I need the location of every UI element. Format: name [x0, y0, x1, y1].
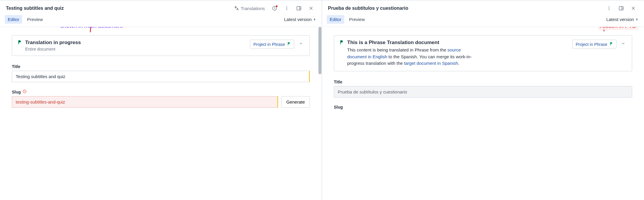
phrase-logo-icon	[287, 42, 291, 47]
target-document-link[interactable]: target document in Spanish	[404, 61, 458, 66]
title-field: Title	[334, 80, 632, 98]
tab-preview[interactable]: Preview	[24, 15, 46, 24]
right-pane-header: Prueba de subtítulos y cuestionario	[322, 0, 644, 15]
right-tabs: Editor Preview	[327, 15, 604, 24]
card-description: This content is being translated in Phra…	[347, 47, 475, 67]
translations-button[interactable]: Translations	[231, 4, 267, 13]
tab-preview[interactable]: Preview	[346, 15, 368, 24]
slug-field: Slug	[334, 105, 632, 109]
close-icon	[631, 6, 636, 11]
version-select[interactable]: Latest version ▲▼	[284, 17, 316, 22]
phrase-logo-icon	[17, 40, 22, 46]
translations-label: Translations	[241, 6, 265, 11]
card-expand-toggle[interactable]	[297, 40, 305, 48]
split-pane-icon	[619, 6, 624, 11]
slug-label: Slug	[12, 90, 21, 94]
card-subtitle: Entire document	[25, 47, 247, 51]
translate-icon	[234, 6, 239, 11]
card-expand-toggle[interactable]	[619, 40, 627, 48]
annotation-hidden-ptd: Hidden in PTD	[598, 27, 638, 30]
card-title: Translation in progress	[25, 40, 247, 46]
title-input[interactable]	[12, 71, 310, 82]
left-pane-header: Testing subtitles and quiz Translations	[0, 0, 322, 15]
svg-point-2	[286, 8, 287, 9]
phrase-logo-icon	[609, 42, 613, 47]
more-menu-button[interactable]	[282, 4, 291, 13]
app-split-view: Testing subtitles and quiz Translations	[0, 0, 644, 200]
svg-point-7	[609, 8, 610, 9]
close-pane-button[interactable]	[629, 4, 638, 12]
svg-point-6	[609, 7, 610, 7]
clock-icon	[272, 6, 277, 11]
document-title: Testing subtitles and quiz	[6, 6, 229, 11]
version-label: Latest version	[284, 17, 312, 22]
version-label: Latest version	[606, 17, 634, 22]
translation-info-card: This is a Phrase Translation document Th…	[334, 35, 632, 71]
dots-vertical-icon	[284, 6, 289, 11]
phrase-logo-icon	[339, 40, 344, 46]
left-tabs: Editor Preview	[5, 15, 282, 24]
project-in-phrase-link[interactable]: Project in Phrase	[250, 40, 294, 49]
chip-label: Project in Phrase	[253, 42, 285, 47]
left-pane: Testing subtitles and quiz Translations	[0, 0, 322, 200]
dots-vertical-icon	[607, 6, 611, 11]
split-pane-icon	[296, 6, 302, 11]
annotation-arrow	[591, 27, 608, 32]
title-label: Title	[12, 64, 310, 69]
svg-point-1	[286, 7, 287, 7]
slug-input[interactable]	[12, 96, 278, 108]
right-tab-row: Editor Preview Latest version ▲▼	[322, 15, 644, 27]
close-pane-button[interactable]	[306, 4, 316, 12]
right-pane-body: Hidden in PTD This is a Phrase Translati…	[322, 27, 644, 200]
left-tab-row: Editor Preview Latest version ▲▼	[0, 15, 322, 27]
split-pane-button[interactable]	[616, 4, 626, 13]
card-title: This is a Phrase Translation document	[347, 40, 569, 46]
tab-editor[interactable]: Editor	[5, 15, 22, 24]
title-label: Title	[334, 80, 632, 84]
desc-text: This content is being translated in Phra…	[347, 47, 448, 52]
left-pane-body: shown in main document Translation in pr…	[0, 27, 322, 200]
annotation-main-doc: shown in main document	[59, 27, 124, 30]
translation-status-card: Translation in progress Entire document …	[12, 35, 310, 56]
annotation-arrow	[86, 27, 104, 33]
split-pane-button[interactable]	[294, 4, 304, 13]
sort-icon: ▲▼	[636, 18, 638, 21]
document-title: Prueba de subtítulos y cuestionario	[328, 6, 602, 11]
close-icon	[309, 6, 313, 11]
slug-label: Slug	[334, 105, 632, 109]
right-pane: Prueba de subtítulos y cuestionario Edit…	[322, 0, 644, 200]
svg-point-8	[609, 9, 610, 10]
svg-point-3	[286, 9, 287, 10]
sort-icon: ▲▼	[313, 18, 316, 21]
more-menu-button[interactable]	[604, 4, 614, 13]
desc-text: .	[458, 61, 459, 66]
generate-button[interactable]: Generate	[281, 96, 310, 108]
project-in-phrase-link[interactable]: Project in Phrase	[572, 40, 616, 49]
chip-label: Project in Phrase	[576, 42, 607, 47]
activity-button[interactable]	[270, 4, 280, 13]
scrollbar-thumb[interactable]	[318, 27, 321, 74]
title-field: Title	[12, 64, 310, 82]
warning-icon	[23, 89, 27, 94]
tab-editor[interactable]: Editor	[327, 15, 344, 24]
slug-field: Slug Generate	[12, 89, 310, 108]
notification-dot	[276, 5, 278, 7]
version-select[interactable]: Latest version ▲▼	[606, 17, 638, 22]
title-input[interactable]	[334, 86, 632, 98]
